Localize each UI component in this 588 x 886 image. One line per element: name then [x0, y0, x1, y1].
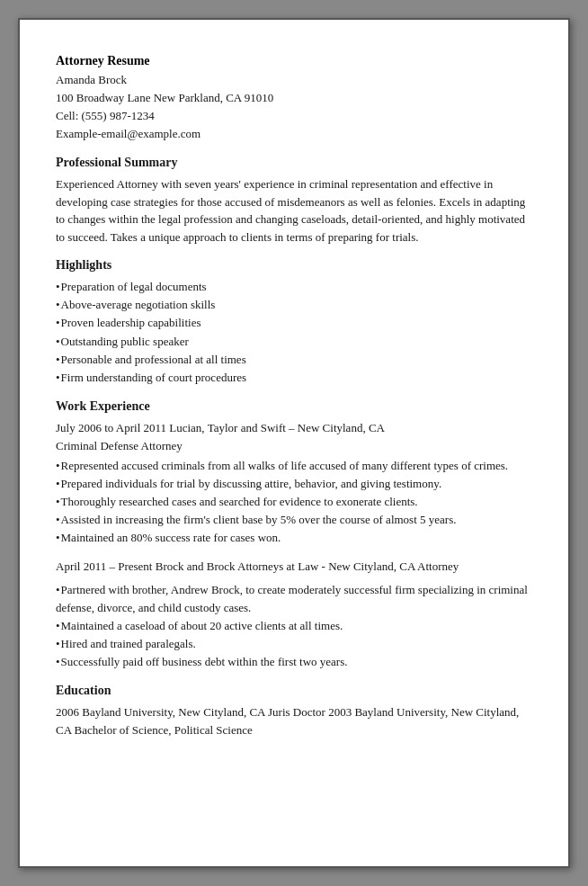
summary-header: Professional Summary [56, 156, 532, 170]
job-1-bullet-2: Prepared individuals for trial by discus… [56, 475, 532, 493]
job-1-bullet-5: Maintained an 80% success rate for cases… [56, 529, 532, 547]
work-experience-section: Work Experience July 2006 to April 2011 … [56, 399, 532, 671]
job-2-bullet-2: Maintained a caseload of about 20 active… [56, 617, 532, 635]
summary-section: Professional Summary Experienced Attorne… [56, 156, 532, 246]
resume-page: Attorney Resume Amanda Brock 100 Broadwa… [18, 18, 570, 868]
applicant-name: Amanda Brock [56, 71, 532, 89]
job-2-bullet-4: Successfully paid off business debt with… [56, 653, 532, 671]
job-1-title: Criminal Defense Attorney [56, 439, 532, 453]
education-header: Education [56, 684, 532, 698]
job-1-bullet-1: Represented accused criminals from all w… [56, 457, 532, 475]
highlights-section: Highlights Preparation of legal document… [56, 258, 532, 387]
job-2-bullet-3: Hired and trained paralegals. [56, 635, 532, 653]
education-section: Education 2006 Bayland University, New C… [56, 684, 532, 738]
applicant-cell: Cell: (555) 987-1234 [56, 107, 532, 125]
highlight-item-1: Preparation of legal documents [56, 278, 532, 296]
job-1-bullet-4: Assisted in increasing the firm's client… [56, 511, 532, 529]
resume-title: Attorney Resume [56, 52, 532, 70]
job-2-date-location: April 2011 – Present Brock and Brock Att… [56, 558, 532, 576]
job-1-bullet-3: Thoroughly researched cases and searched… [56, 493, 532, 511]
resume-header: Attorney Resume Amanda Brock 100 Broadwa… [56, 52, 532, 143]
highlight-item-3: Proven leadership capabilities [56, 314, 532, 332]
job-1-bullets: Represented accused criminals from all w… [56, 457, 532, 548]
work-experience-header: Work Experience [56, 399, 532, 414]
highlights-header: Highlights [56, 258, 532, 273]
education-text: 2006 Bayland University, New Cityland, C… [56, 703, 532, 738]
applicant-email: Example-email@example.com [56, 125, 532, 143]
job-2: April 2011 – Present Brock and Brock Att… [56, 558, 532, 671]
job-2-bullets: Partnered with brother, Andrew Brock, to… [56, 581, 532, 672]
highlight-item-2: Above-average negotiation skills [56, 296, 532, 314]
job-1-date-location: July 2006 to April 2011 Lucian, Taylor a… [56, 419, 532, 437]
job-1: July 2006 to April 2011 Lucian, Taylor a… [56, 419, 532, 547]
highlight-item-5: Personable and professional at all times [56, 351, 532, 369]
highlights-list: Preparation of legal documents Above-ave… [56, 278, 532, 387]
job-2-bullet-1: Partnered with brother, Andrew Brock, to… [56, 581, 532, 617]
highlight-item-6: Firm understanding of court procedures [56, 369, 532, 387]
highlight-item-4: Outstanding public speaker [56, 333, 532, 351]
applicant-address: 100 Broadway Lane New Parkland, CA 91010 [56, 89, 532, 107]
summary-text: Experienced Attorney with seven years' e… [56, 175, 532, 246]
